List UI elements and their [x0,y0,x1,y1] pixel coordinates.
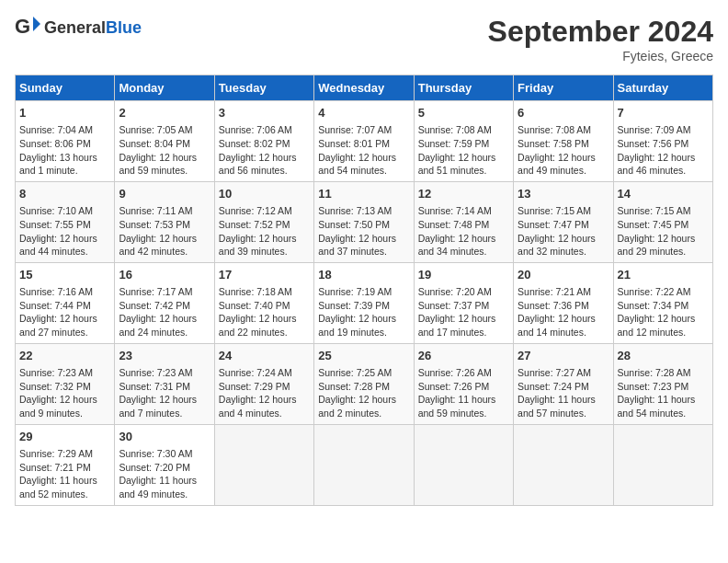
day-info-line: Sunrise: 7:27 AM [518,366,609,380]
day-info-line: and 9 minutes. [19,407,110,420]
day-info-line: Sunset: 7:32 PM [19,380,110,394]
day-info-line: and 12 minutes. [618,326,709,339]
day-number: 30 [119,429,210,445]
day-info-line: Sunrise: 7:26 AM [418,366,509,380]
day-info-line: Daylight: 12 hours [219,232,310,246]
day-info-line: Daylight: 13 hours [19,151,110,165]
day-number: 8 [19,186,110,202]
day-info-line: and 34 minutes. [418,245,509,259]
logo-text-blue: Blue [106,18,142,37]
day-info-line: Sunset: 7:37 PM [418,299,509,313]
day-info-line: Sunrise: 7:23 AM [119,366,210,380]
calendar-cell: 9Sunrise: 7:11 AMSunset: 7:53 PMDaylight… [115,181,214,262]
day-info-line: Daylight: 12 hours [119,393,210,407]
day-info-line: Daylight: 12 hours [618,232,709,246]
day-info-line: Sunrise: 7:10 AM [19,204,110,218]
day-info-line: Daylight: 12 hours [418,151,509,165]
day-info-line: Sunset: 7:28 PM [318,380,409,394]
day-number: 2 [119,105,210,121]
col-monday: Monday [115,75,214,101]
calendar-cell [414,424,513,505]
day-info-line: Sunrise: 7:04 AM [19,123,110,137]
day-info-line: and 17 minutes. [418,326,509,339]
day-info-line: and 2 minutes. [318,407,409,420]
day-info-line: and 52 minutes. [19,488,110,501]
day-number: 29 [19,429,110,445]
col-thursday: Thursday [414,75,513,101]
calendar-cell: 30Sunrise: 7:30 AMSunset: 7:20 PMDayligh… [115,424,214,505]
header-row: Sunday Monday Tuesday Wednesday Thursday… [16,75,713,101]
day-info-line: and 56 minutes. [219,164,310,178]
calendar-cell [214,424,313,505]
day-info-line: and 42 minutes. [119,245,210,259]
day-info-line: and 49 minutes. [119,488,210,501]
day-info-line: Sunrise: 7:17 AM [119,285,210,299]
day-info-line: Sunrise: 7:23 AM [19,366,110,380]
calendar-cell: 2Sunrise: 7:05 AMSunset: 8:04 PMDaylight… [115,101,214,182]
col-friday: Friday [514,75,613,101]
calendar-cell: 5Sunrise: 7:08 AMSunset: 7:59 PMDaylight… [414,101,513,182]
day-info-line: and 4 minutes. [219,407,310,420]
calendar-cell: 20Sunrise: 7:21 AMSunset: 7:36 PMDayligh… [514,262,613,343]
day-info-line: Sunset: 8:04 PM [119,137,210,151]
day-info-line: Daylight: 12 hours [318,393,409,407]
day-info-line: and 19 minutes. [318,326,409,339]
day-info-line: and 49 minutes. [518,164,609,178]
day-number: 4 [318,105,409,121]
day-info-line: Sunset: 7:23 PM [618,380,709,394]
day-info-line: Sunset: 8:02 PM [219,137,310,151]
calendar-cell: 23Sunrise: 7:23 AMSunset: 7:31 PMDayligh… [115,343,214,424]
day-info-line: Daylight: 12 hours [119,232,210,246]
day-info-line: Daylight: 12 hours [119,151,210,165]
day-info-line: and 7 minutes. [119,407,210,420]
day-number: 5 [418,105,509,121]
day-info-line: Daylight: 11 hours [19,474,110,488]
day-info-line: and 57 minutes. [518,407,609,420]
day-info-line: Daylight: 12 hours [418,312,509,326]
day-number: 1 [19,105,110,121]
day-info-line: Sunrise: 7:21 AM [518,285,609,299]
day-info-line: Sunset: 7:26 PM [418,380,509,394]
calendar-cell: 24Sunrise: 7:24 AMSunset: 7:29 PMDayligh… [214,343,313,424]
day-info-line: Sunset: 7:44 PM [19,299,110,313]
calendar-cell [314,424,414,505]
day-number: 14 [618,186,709,202]
day-info-line: Sunrise: 7:22 AM [618,285,709,299]
day-number: 22 [19,348,110,364]
col-wednesday: Wednesday [314,75,414,101]
day-number: 11 [318,186,409,202]
day-info-line: Daylight: 12 hours [518,151,609,165]
calendar-cell: 13Sunrise: 7:15 AMSunset: 7:47 PMDayligh… [514,181,613,262]
day-number: 10 [219,186,310,202]
day-number: 9 [119,186,210,202]
day-number: 12 [418,186,509,202]
day-info-line: Daylight: 12 hours [618,312,709,326]
day-info-line: Sunset: 7:47 PM [518,218,609,232]
day-info-line: and 37 minutes. [318,245,409,259]
svg-marker-1 [33,17,40,31]
calendar-cell: 22Sunrise: 7:23 AMSunset: 7:32 PMDayligh… [16,343,115,424]
day-info-line: Sunrise: 7:09 AM [618,123,709,137]
day-info-line: Sunset: 7:53 PM [119,218,210,232]
day-number: 24 [219,348,310,364]
day-info-line: Sunset: 7:39 PM [318,299,409,313]
day-info-line: and 51 minutes. [418,164,509,178]
day-info-line: and 32 minutes. [518,245,609,259]
day-number: 7 [618,105,709,121]
logo: G GeneralBlue [15,15,142,40]
day-info-line: Sunrise: 7:11 AM [119,204,210,218]
day-info-line: Sunset: 7:21 PM [19,461,110,475]
day-info-line: Sunrise: 7:12 AM [219,204,310,218]
day-info-line: Daylight: 12 hours [318,312,409,326]
day-info-line: Sunset: 7:24 PM [518,380,609,394]
day-number: 3 [219,105,310,121]
calendar-row-3: 15Sunrise: 7:16 AMSunset: 7:44 PMDayligh… [16,262,713,343]
col-sunday: Sunday [16,75,115,101]
day-info-line: and 59 minutes. [418,407,509,420]
svg-text:G: G [15,15,30,38]
day-info-line: Daylight: 12 hours [19,232,110,246]
calendar-cell: 18Sunrise: 7:19 AMSunset: 7:39 PMDayligh… [314,262,414,343]
day-info-line: Sunset: 7:20 PM [119,461,210,475]
calendar-cell: 7Sunrise: 7:09 AMSunset: 7:56 PMDaylight… [613,101,712,182]
day-info-line: Sunset: 7:55 PM [19,218,110,232]
